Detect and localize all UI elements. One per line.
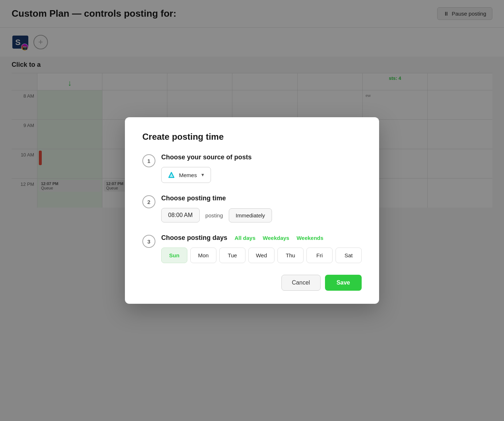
step-1-content: Choose your source of posts Memes ▼ — [161, 154, 362, 183]
save-button[interactable]: Save — [325, 275, 362, 291]
step-3: 3 Choose posting days All days Weekdays … — [142, 234, 362, 263]
weekdays-filter[interactable]: Weekdays — [263, 235, 289, 241]
day-btn-thu[interactable]: Thu — [277, 248, 304, 263]
memes-icon — [167, 171, 175, 179]
modal-title: Create posting time — [142, 132, 362, 142]
posting-time-row: 08:00 AM posting Immediately — [161, 208, 362, 222]
step-2-number: 2 — [142, 195, 155, 208]
weekends-filter[interactable]: Weekends — [297, 235, 324, 241]
day-btn-tue[interactable]: Tue — [219, 248, 245, 263]
step-2-label: Choose posting time — [161, 195, 362, 202]
cancel-button[interactable]: Cancel — [281, 275, 321, 291]
step-3-number: 3 — [142, 235, 155, 248]
immediately-button[interactable]: Immediately — [229, 208, 272, 222]
all-days-filter[interactable]: All days — [235, 235, 256, 241]
day-btn-fri[interactable]: Fri — [306, 248, 333, 263]
day-btn-sat[interactable]: Sat — [336, 248, 362, 263]
source-dropdown-value: Memes — [179, 172, 197, 178]
create-posting-time-modal: Create posting time 1 Choose your source… — [125, 117, 379, 304]
modal-footer: Cancel Save — [142, 275, 362, 291]
posting-text: posting — [206, 212, 223, 218]
step-1-label: Choose your source of posts — [161, 154, 362, 161]
source-dropdown[interactable]: Memes ▼ — [161, 167, 211, 183]
step-2: 2 Choose posting time 08:00 AM posting I… — [142, 195, 362, 222]
day-btn-sun[interactable]: Sun — [161, 248, 187, 263]
step-2-content: Choose posting time 08:00 AM posting Imm… — [161, 195, 362, 222]
step-1-number: 1 — [142, 154, 155, 167]
days-row: Sun Mon Tue Wed Thu Fri Sat — [161, 248, 362, 263]
chevron-down-icon: ▼ — [200, 172, 205, 177]
days-header: Choose posting days All days Weekdays We… — [161, 234, 362, 242]
modal-overlay: Create posting time 1 Choose your source… — [0, 0, 504, 421]
step-3-label: Choose posting days — [161, 234, 227, 242]
day-btn-wed[interactable]: Wed — [248, 248, 275, 263]
step-1: 1 Choose your source of posts Memes ▼ — [142, 154, 362, 183]
time-input[interactable]: 08:00 AM — [161, 208, 200, 222]
day-btn-mon[interactable]: Mon — [190, 248, 216, 263]
step-3-content: Choose posting days All days Weekdays We… — [161, 234, 362, 263]
svg-marker-6 — [169, 172, 174, 177]
